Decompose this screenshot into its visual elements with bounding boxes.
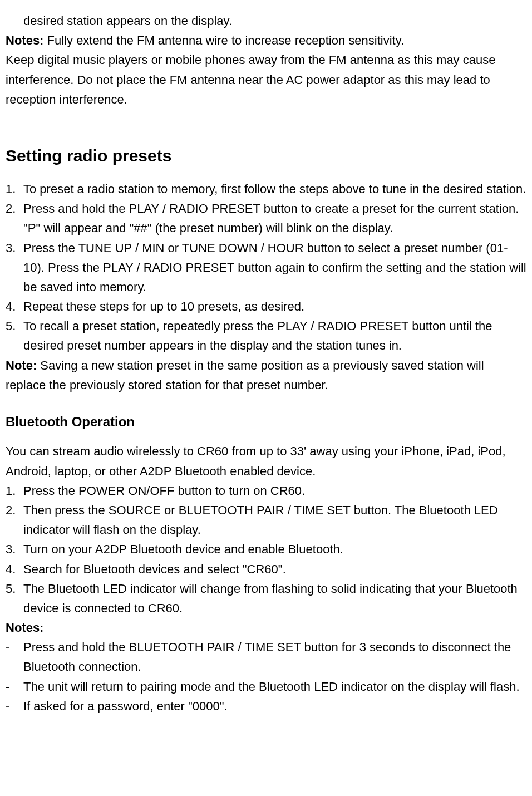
notes-text: Fully extend the FM antenna wire to incr… bbox=[43, 33, 404, 47]
bluetooth-notes-list: - Press and hold the BLUETOOTH PAIR / TI… bbox=[6, 637, 526, 716]
list-text: The Bluetooth LED indicator will change … bbox=[23, 582, 518, 615]
list-text: If asked for a password, enter "0000". bbox=[23, 699, 228, 713]
list-item: 4. Search for Bluetooth devices and sele… bbox=[6, 559, 526, 579]
list-item: 2. Then press the SOURCE or BLUETOOTH PA… bbox=[6, 500, 526, 539]
list-number: 5. bbox=[6, 579, 16, 598]
list-text: Repeat these steps for up to 10 presets,… bbox=[23, 299, 304, 313]
list-text: The unit will return to pairing mode and… bbox=[23, 680, 520, 694]
bluetooth-intro: You can stream audio wirelessly to CR60 … bbox=[6, 441, 526, 480]
bluetooth-notes-label: Notes: bbox=[6, 621, 43, 635]
heading-bluetooth-operation: Bluetooth Operation bbox=[6, 411, 526, 433]
intro-paragraph: Keep digital music players or mobile pho… bbox=[6, 50, 526, 109]
list-text: To recall a preset station, repeatedly p… bbox=[23, 319, 492, 352]
list-number: 1. bbox=[6, 481, 16, 500]
presets-list: 1. To preset a radio station to memory, … bbox=[6, 179, 526, 356]
list-number: 4. bbox=[6, 559, 16, 579]
list-number: 5. bbox=[6, 316, 16, 336]
list-dash: - bbox=[6, 696, 9, 716]
list-number: 4. bbox=[6, 297, 16, 316]
list-item: 2. Press and hold the PLAY / RADIO PRESE… bbox=[6, 199, 526, 238]
intro-line: desired station appears on the display. bbox=[23, 14, 232, 28]
list-number: 3. bbox=[6, 539, 16, 559]
list-number: 3. bbox=[6, 238, 16, 258]
list-text: Press and hold the PLAY / RADIO PRESET b… bbox=[23, 202, 519, 235]
list-number: 2. bbox=[6, 199, 16, 218]
list-item: 4. Repeat these steps for up to 10 prese… bbox=[6, 297, 526, 316]
list-number: 2. bbox=[6, 500, 16, 520]
notes-label: Notes: bbox=[6, 33, 43, 47]
list-text: To preset a radio station to memory, fir… bbox=[23, 182, 526, 196]
list-item: - If asked for a password, enter "0000". bbox=[6, 696, 526, 716]
list-number: 1. bbox=[6, 179, 16, 199]
note-label: Note: bbox=[6, 358, 37, 372]
list-dash: - bbox=[6, 637, 9, 657]
list-item: 3. Press the TUNE UP / MIN or TUNE DOWN … bbox=[6, 238, 526, 297]
heading-setting-radio-presets: Setting radio presets bbox=[6, 143, 526, 169]
list-item: - The unit will return to pairing mode a… bbox=[6, 677, 526, 696]
list-text: Then press the SOURCE or BLUETOOTH PAIR … bbox=[23, 503, 498, 537]
list-text: Search for Bluetooth devices and select … bbox=[23, 562, 286, 576]
list-item: 5. The Bluetooth LED indicator will chan… bbox=[6, 579, 526, 618]
list-dash: - bbox=[6, 677, 9, 696]
list-text: Press the TUNE UP / MIN or TUNE DOWN / H… bbox=[23, 241, 526, 294]
list-item: 1. To preset a radio station to memory, … bbox=[6, 179, 526, 199]
list-item: 3. Turn on your A2DP Bluetooth device an… bbox=[6, 539, 526, 559]
note-text: Saving a new station preset in the same … bbox=[6, 358, 484, 392]
list-text: Turn on your A2DP Bluetooth device and e… bbox=[23, 542, 343, 556]
list-text: Press and hold the BLUETOOTH PAIR / TIME… bbox=[23, 640, 511, 674]
list-item: 5. To recall a preset station, repeatedl… bbox=[6, 316, 526, 355]
bluetooth-list: 1. Press the POWER ON/OFF button to turn… bbox=[6, 481, 526, 618]
list-text: Press the POWER ON/OFF button to turn on… bbox=[23, 484, 305, 498]
list-item: - Press and hold the BLUETOOTH PAIR / TI… bbox=[6, 637, 526, 676]
list-item: 1. Press the POWER ON/OFF button to turn… bbox=[6, 481, 526, 500]
